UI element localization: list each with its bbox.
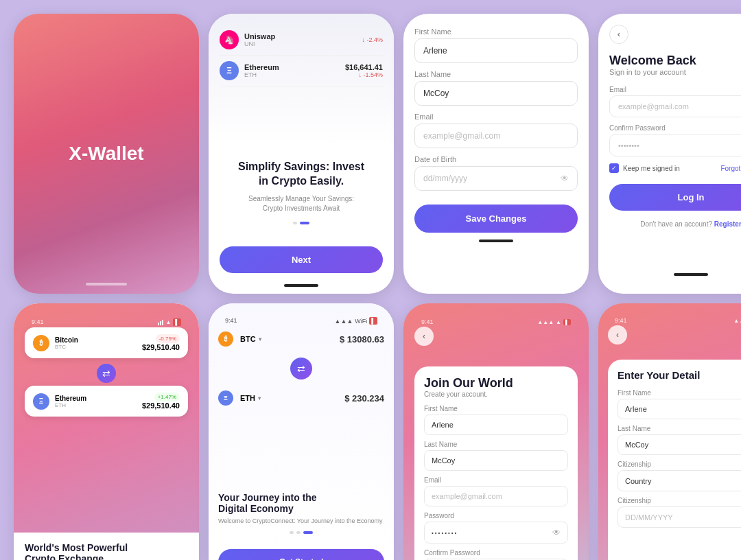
welcome-back-card: ‹ Welcome Back Sign in to your account E… <box>598 14 741 294</box>
detail-form: Enter Your Detail First Name Arlene Last… <box>608 360 741 560</box>
crypto-name: Ethereum <box>244 63 279 71</box>
eye-icon: 👁 <box>552 528 561 537</box>
powerful-bottom: World's Most PowerfulCrypto Exchange Ele… <box>14 533 199 560</box>
options-row: ✓ Keep me signed in Forgot Password <box>609 163 741 173</box>
wifi-icon: ▲ <box>165 319 171 325</box>
battery-icon: ▌ <box>563 319 571 325</box>
home-indicator <box>674 273 708 276</box>
back-button[interactable]: ‹ <box>609 25 628 44</box>
crypto-symbol: ETH <box>244 71 279 78</box>
btc-icon: ₿ <box>33 335 49 351</box>
email-field[interactable]: example@gmail.com <box>414 124 578 148</box>
eth-name: Ethereum <box>55 395 86 402</box>
email-input[interactable]: example@gmail.com <box>424 486 568 506</box>
password-label: Password <box>424 512 568 520</box>
chevron-down-icon: ▾ <box>259 336 261 342</box>
table-row: Ξ Ethereum ETH $16,641.41 ↓ -1.54% <box>220 56 383 86</box>
first-name-label: First Name <box>618 389 741 397</box>
status-bar: 9:41 ▲ ▌ <box>25 314 188 327</box>
pagination-dots <box>218 531 384 534</box>
xwallet-title: X-Wallet <box>69 143 143 165</box>
country-select[interactable]: Country ▾ <box>618 470 741 491</box>
back-button[interactable]: ‹ <box>414 327 434 346</box>
eth-amount: $ 230.234 <box>344 393 384 404</box>
economy-title: Your Journey into theDigital Economy <box>218 492 384 514</box>
password-input[interactable]: •••••••• 🙈 <box>609 134 741 156</box>
crypto-name: Uniswap <box>244 32 275 40</box>
first-name-input[interactable]: Arlene <box>424 415 568 435</box>
back-button[interactable]: ‹ <box>608 325 627 345</box>
first-name-field[interactable]: Arlene <box>414 38 578 63</box>
btc-select[interactable]: BTC ▾ <box>240 335 261 343</box>
email-label: Email <box>424 476 568 484</box>
powerful-title: World's Most PowerfulCrypto Exchange <box>25 542 188 560</box>
eth-card: Ξ Ethereum ETH +1.47% $29,510.40 <box>25 386 188 417</box>
dob-label: Date of Birth <box>414 155 578 163</box>
home-indicator <box>284 284 318 287</box>
powerful-top: 9:41 ▲ ▌ ₿ Bitcoin BTC -0.79% $29,510.40 <box>14 303 199 533</box>
last-name-label: Last Name <box>424 441 568 448</box>
crypto-symbol: UNI <box>244 40 275 47</box>
chevron-down-icon: ▾ <box>258 395 261 401</box>
email-input[interactable]: example@gmail.com <box>609 95 741 117</box>
invest-title: Simplify Savings: Investin Crypto Easily… <box>220 160 383 189</box>
status-time: 9:41 <box>225 317 237 325</box>
dob-input[interactable]: DD/MM/YYYY 📅 <box>618 506 741 528</box>
status-time: 9:41 <box>615 317 627 324</box>
btc-amount: $ 13080.63 <box>340 334 384 345</box>
save-button[interactable]: Save Changes <box>414 205 578 233</box>
last-name-input[interactable]: McCoy <box>424 450 568 471</box>
wifi-icon: ▲ <box>556 319 561 325</box>
confirm-password-label: Confirm Password <box>424 549 568 557</box>
first-name-input[interactable]: Arlene <box>618 399 741 419</box>
dob-field[interactable]: dd/mm/yyyy 👁 <box>414 166 578 191</box>
dot <box>290 531 294 534</box>
eth-symbol: ETH <box>55 402 86 408</box>
dot <box>293 222 297 224</box>
last-name-input[interactable]: McCoy <box>618 434 741 455</box>
password-label: Confirm Password <box>609 124 741 132</box>
status-time: 9:41 <box>32 318 44 326</box>
dot <box>296 531 301 534</box>
table-row: 🦄 Uniswap UNI ↓ -2.4% <box>220 25 383 56</box>
email-label: Email <box>414 113 578 121</box>
btc-symbol: BTC <box>55 344 78 350</box>
eth-select[interactable]: ETH ▾ <box>240 394 261 402</box>
pagination-dots <box>220 222 383 224</box>
join-title: Join Our World <box>424 376 568 390</box>
home-indicator <box>86 283 127 285</box>
economy-amounts: ₿ BTC ▾ $ 13080.63 ⇄ Ξ ETH ▾ $ 230.234 <box>218 331 384 406</box>
no-account-text: Don't have an account? Register <box>609 220 741 228</box>
xwallet-splash-card: X-Wallet <box>14 14 199 294</box>
crypto-change: ↓ -2.4% <box>362 36 383 43</box>
eth-badge: +1.47% <box>154 393 180 401</box>
economy-subtitle: Welcome to CryptoConnect: Your Journey i… <box>218 517 384 526</box>
get-started-button[interactable]: Get Started <box>218 549 384 560</box>
exchange-icon: ⇄ <box>97 364 116 383</box>
citizenship-label: Citizenship <box>618 460 741 468</box>
keep-signed-checkbox[interactable]: ✓ <box>609 163 619 173</box>
password-input[interactable]: •••••••• 👁 <box>424 522 568 544</box>
swap-button[interactable]: ⇄ <box>290 358 312 380</box>
battery-icon: ▌ <box>173 318 181 326</box>
dot-active <box>303 531 313 534</box>
last-name-field[interactable]: McCoy <box>414 81 578 106</box>
login-button[interactable]: Log In <box>609 184 741 211</box>
register-link[interactable]: Register <box>714 220 741 228</box>
powerful-card: 9:41 ▲ ▌ ₿ Bitcoin BTC -0.79% $29,510.40 <box>14 303 199 560</box>
join-form: Join Our World Create your account. Firs… <box>414 366 578 560</box>
keep-signed-label: Keep me signed in <box>623 165 680 172</box>
economy-card: 9:41 ▲▲▲ WiFi ▌ ₿ BTC ▾ $ 13080.63 ⇄ Ξ E… <box>209 303 394 560</box>
forgot-password-link[interactable]: Forgot Password <box>720 165 741 172</box>
btc-name: Bitcoin <box>55 336 78 344</box>
crypto-price: $16,641.41 <box>345 63 383 71</box>
welcome-subtitle: Sign in to your account <box>609 68 741 76</box>
first-name-label: First Name <box>424 405 568 412</box>
profile-edit-card: First Name Arlene Last Name McCoy Email … <box>403 14 589 294</box>
dot-active <box>300 222 309 224</box>
detail-title: Enter Your Detail <box>618 369 741 381</box>
home-indicator-container <box>414 240 578 249</box>
next-button[interactable]: Next <box>220 246 383 273</box>
invest-subtitle: Seamlessly Manage Your Savings:Crypto In… <box>220 194 383 213</box>
btc-card: ₿ Bitcoin BTC -0.79% $29,510.40 <box>25 327 188 358</box>
